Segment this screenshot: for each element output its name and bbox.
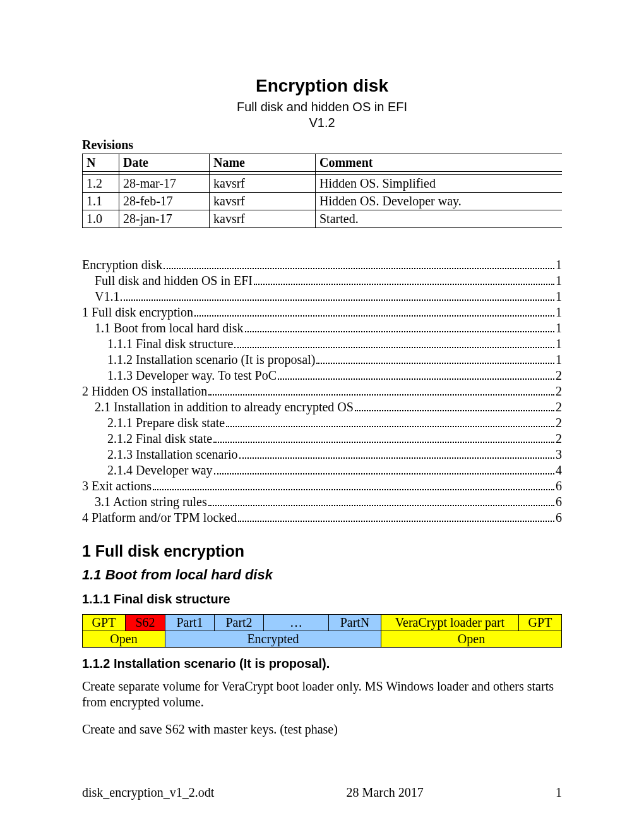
- table-row: 1.0 28-jan-17 kavsrf Started.: [83, 210, 563, 228]
- toc-page: 2: [556, 415, 562, 431]
- revisions-heading: Revisions: [82, 138, 562, 152]
- toc-leader-dots: [214, 473, 554, 474]
- toc-label: 1.1.1 Final disk structure: [107, 336, 233, 352]
- toc-page: 1: [556, 305, 562, 320]
- toc-entry: Encryption disk1: [82, 257, 562, 273]
- rev-col-comment: Comment: [316, 154, 563, 172]
- toc-label: 2.1 Installation in addition to already …: [95, 399, 354, 415]
- toc-page: 6: [556, 494, 562, 510]
- toc-leader-dots: [254, 284, 554, 285]
- toc-page: 2: [556, 384, 562, 399]
- toc-entry: 2 Hidden OS installation2: [82, 384, 562, 399]
- toc-label: 1.1.3 Developer way. To test PoC: [107, 368, 277, 384]
- toc-leader-dots: [121, 299, 554, 301]
- toc-leader-dots: [239, 457, 554, 459]
- toc-entry: 1.1 Boot from local hard disk1: [82, 320, 562, 336]
- toc-page: 1: [556, 273, 562, 289]
- toc-entry: 2.1 Installation in addition to already …: [82, 399, 562, 415]
- toc-entry: 2.1.2 Final disk state2: [82, 431, 562, 447]
- footer-date: 28 March 2017: [347, 785, 424, 800]
- toc-leader-dots: [153, 489, 554, 490]
- toc-leader-dots: [208, 394, 554, 396]
- toc-page: 1: [556, 289, 562, 305]
- toc-label: Encryption disk: [82, 257, 162, 273]
- toc-page: 2: [556, 368, 562, 384]
- toc-leader-dots: [164, 268, 554, 269]
- toc-label: 2.1.2 Final disk state: [107, 431, 212, 447]
- toc-leader-dots: [234, 347, 554, 348]
- table-of-contents: Encryption disk1Full disk and hidden OS …: [82, 257, 562, 526]
- toc-entry: 2.1.4 Developer way4: [82, 462, 562, 478]
- toc-label: 1 Full disk encryption: [82, 305, 193, 320]
- rev-col-date: Date: [119, 154, 210, 172]
- paragraph: Create separate volume for VeraCrypt boo…: [82, 679, 562, 710]
- toc-page: 1: [556, 352, 562, 368]
- section-1-1-1-heading: 1.1.1 Final disk structure: [82, 592, 562, 607]
- toc-label: 2 Hidden OS installation: [82, 384, 207, 399]
- revisions-table: N Date Name Comment 1.2 28-mar-17 kavsrf…: [82, 154, 562, 228]
- doc-title: Encryption disk: [82, 76, 562, 96]
- toc-entry: Full disk and hidden OS in EFI1: [82, 273, 562, 289]
- toc-entry: 4 Platform and/or TPM locked6: [82, 510, 562, 526]
- toc-leader-dots: [355, 410, 554, 411]
- toc-page: 1: [556, 336, 562, 352]
- doc-subtitle: Full disk and hidden OS in EFI: [82, 100, 562, 114]
- toc-label: 2.1.1 Prepare disk state: [107, 415, 225, 431]
- toc-entry: 1 Full disk encryption1: [82, 305, 562, 320]
- paragraph: Create and save S62 with master keys. (t…: [82, 722, 562, 737]
- toc-label: 3 Exit actions: [82, 478, 152, 494]
- section-1-1-2-heading: 1.1.2 Installation scenario (It is propo…: [82, 656, 562, 671]
- toc-page: 2: [556, 399, 562, 415]
- toc-entry: 1.1.3 Developer way. To test PoC2: [82, 368, 562, 384]
- toc-page: 6: [556, 510, 562, 526]
- toc-page: 2: [556, 431, 562, 447]
- toc-page: 3: [556, 447, 562, 462]
- toc-entry: 2.1.3 Installation scenario3: [82, 447, 562, 462]
- toc-entry: 1.1.1 Final disk structure1: [82, 336, 562, 352]
- toc-page: 4: [556, 462, 562, 478]
- doc-version: V1.2: [82, 116, 562, 130]
- table-row: 1.2 28-mar-17 kavsrf Hidden OS. Simplifi…: [83, 175, 563, 193]
- table-row: 1.1 28-feb-17 kavsrf Hidden OS. Develope…: [83, 193, 563, 210]
- footer-filename: disk_encryption_v1_2.odt: [82, 785, 214, 800]
- toc-leader-dots: [245, 331, 554, 332]
- toc-label: 3.1 Action string rules: [95, 494, 207, 510]
- toc-label: 1.1.2 Installation scenario (It is propo…: [107, 352, 315, 368]
- section-1-heading: 1 Full disk encryption: [82, 542, 562, 560]
- toc-leader-dots: [194, 315, 554, 317]
- toc-leader-dots: [213, 442, 554, 443]
- footer-page-number: 1: [556, 785, 562, 800]
- toc-entry: 1.1.2 Installation scenario (It is propo…: [82, 352, 562, 368]
- toc-label: 2.1.4 Developer way: [107, 462, 213, 478]
- toc-label: 1.1 Boot from local hard disk: [95, 320, 244, 336]
- toc-entry: 2.1.1 Prepare disk state2: [82, 415, 562, 431]
- toc-leader-dots: [238, 521, 554, 522]
- toc-entry: 3 Exit actions6: [82, 478, 562, 494]
- toc-label: V1.1: [95, 289, 119, 305]
- toc-leader-dots: [316, 363, 554, 364]
- disk-structure-table: GPT S62 Part1 Part2 … PartN VeraCrypt lo…: [82, 614, 562, 648]
- rev-col-name: Name: [210, 154, 316, 172]
- section-1-1-heading: 1.1 Boot from local hard disk: [82, 567, 562, 583]
- toc-entry: 3.1 Action string rules6: [82, 494, 562, 510]
- toc-label: 4 Platform and/or TPM locked: [82, 510, 237, 526]
- toc-leader-dots: [226, 426, 554, 427]
- toc-leader-dots: [278, 378, 554, 380]
- toc-label: 2.1.3 Installation scenario: [107, 447, 238, 462]
- toc-page: 1: [556, 257, 562, 273]
- rev-col-n: N: [83, 154, 119, 172]
- toc-page: 1: [556, 320, 562, 336]
- toc-leader-dots: [208, 505, 554, 506]
- toc-entry: V1.11: [82, 289, 562, 305]
- toc-label: Full disk and hidden OS in EFI: [95, 273, 253, 289]
- page-footer: disk_encryption_v1_2.odt 28 March 2017 1: [82, 785, 562, 800]
- toc-page: 6: [556, 478, 562, 494]
